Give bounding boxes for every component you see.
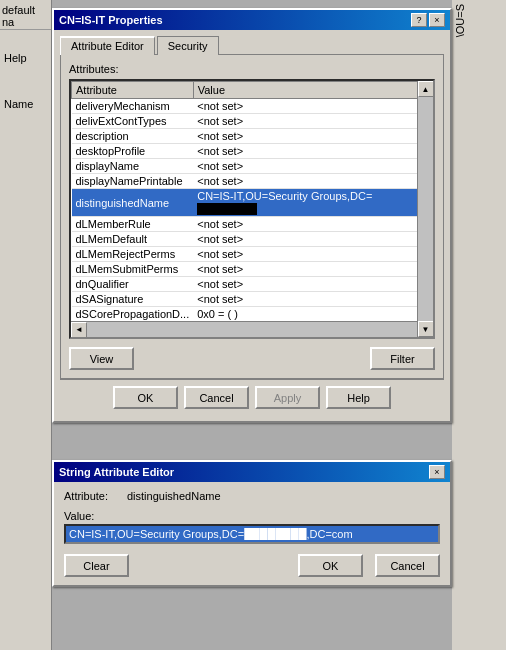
string-dialog-title: String Attribute Editor [59, 466, 174, 478]
right-bar-text: \OU=S [452, 0, 468, 41]
table-row[interactable]: deliveryMechanism<not set> [72, 99, 433, 114]
default-na-label: default na [2, 4, 35, 28]
value-cell: <not set> [193, 277, 432, 292]
action-buttons: OK Cancel Apply Help [60, 379, 444, 415]
attr-cell: delivExtContTypes [72, 114, 194, 129]
string-close-button[interactable]: × [429, 465, 445, 479]
main-dialog-title: CN=IS-IT Properties [59, 14, 163, 26]
main-dialog-titlebar: CN=IS-IT Properties ? × [54, 10, 450, 30]
attributes-table: Attribute Value deliveryMechanism<not se… [71, 81, 433, 321]
scroll-up-arrow[interactable]: ▲ [418, 81, 434, 97]
value-cell: <not set> [193, 144, 432, 159]
left-panel: default na Help Name [0, 0, 52, 650]
attr-cell: desktopProfile [72, 144, 194, 159]
value-cell: <not set> [193, 99, 432, 114]
vertical-scrollbar[interactable]: ▲ ▼ [417, 81, 433, 337]
value-cell: <not set> [193, 262, 432, 277]
table-row[interactable]: dLMemRejectPerms<not set> [72, 247, 433, 262]
table-row[interactable]: dLMemberRule<not set> [72, 217, 433, 232]
tab-security[interactable]: Security [157, 36, 219, 55]
col-value: Value [193, 82, 432, 99]
attr-cell: dSCorePropagationD... [72, 307, 194, 321]
attributes-table-container[interactable]: Attribute Value deliveryMechanism<not se… [69, 79, 435, 339]
table-scroll-area[interactable]: Attribute Value deliveryMechanism<not se… [71, 81, 433, 321]
scroll-left-arrow[interactable]: ◄ [71, 322, 87, 338]
view-filter-buttons: View Filter [69, 347, 435, 370]
value-cell: <not set> [193, 232, 432, 247]
string-dialog-body: Attribute: distinguishedName Value: Clea… [54, 482, 450, 585]
string-dialog-titlebar: String Attribute Editor × [54, 462, 450, 482]
string-cancel-button[interactable]: Cancel [375, 554, 440, 577]
scroll-v-track[interactable] [418, 97, 433, 321]
tab-content: Attributes: Attribute Value [60, 54, 444, 379]
tab-bar: Attribute Editor Security [60, 36, 444, 55]
attribute-field-value: distinguishedName [127, 490, 221, 502]
attr-cell: displayName [72, 159, 194, 174]
value-cell: <not set> [193, 159, 432, 174]
attr-cell: deliveryMechanism [72, 99, 194, 114]
value-cell: CN=IS-IT,OU=Security Groups,DC= [193, 189, 432, 217]
scroll-h-track[interactable] [87, 322, 417, 337]
help-menu-item[interactable]: Help [0, 50, 51, 66]
table-row[interactable]: dLMemDefault<not set> [72, 232, 433, 247]
string-attribute-dialog: String Attribute Editor × Attribute: dis… [52, 460, 452, 587]
clear-button[interactable]: Clear [64, 554, 129, 577]
table-row[interactable]: dSASignature<not set> [72, 292, 433, 307]
value-cell: <not set> [193, 174, 432, 189]
value-cell: 0x0 = ( ) [193, 307, 432, 321]
name-label: Name [0, 96, 51, 112]
titlebar-buttons: ? × [411, 13, 445, 27]
string-dialog-buttons: Clear OK Cancel [64, 550, 440, 577]
string-ok-button[interactable]: OK [298, 554, 363, 577]
table-row[interactable]: desktopProfile<not set> [72, 144, 433, 159]
table-row[interactable]: dnQualifier<not set> [72, 277, 433, 292]
value-cell: <not set> [193, 247, 432, 262]
help-action-button[interactable]: Help [326, 386, 391, 409]
attr-cell: dLMemSubmitPerms [72, 262, 194, 277]
value-input[interactable] [64, 524, 440, 544]
value-section: Value: [64, 510, 440, 544]
table-row[interactable]: distinguishedNameCN=IS-IT,OU=Security Gr… [72, 189, 433, 217]
close-titlebar-button[interactable]: × [429, 13, 445, 27]
main-dialog: CN=IS-IT Properties ? × Attribute Editor… [52, 8, 452, 423]
main-dialog-body: Attribute Editor Security Attributes: At… [54, 30, 450, 421]
attr-cell: displayNamePrintable [72, 174, 194, 189]
col-attribute: Attribute [72, 82, 194, 99]
apply-button[interactable]: Apply [255, 386, 320, 409]
table-row[interactable]: displayNamePrintable<not set> [72, 174, 433, 189]
horizontal-scrollbar[interactable]: ◄ ► [71, 321, 433, 337]
table-row[interactable]: delivExtContTypes<not set> [72, 114, 433, 129]
filter-button[interactable]: Filter [370, 347, 435, 370]
attr-cell: description [72, 129, 194, 144]
table-row[interactable]: dLMemSubmitPerms<not set> [72, 262, 433, 277]
value-cell: <not set> [193, 292, 432, 307]
scroll-down-arrow[interactable]: ▼ [418, 321, 434, 337]
ok-button[interactable]: OK [113, 386, 178, 409]
value-cell: <not set> [193, 217, 432, 232]
attributes-label: Attributes: [69, 63, 435, 75]
attr-cell: dnQualifier [72, 277, 194, 292]
cancel-button[interactable]: Cancel [184, 386, 249, 409]
attribute-field-label: Attribute: [64, 490, 119, 502]
table-row[interactable]: description<not set> [72, 129, 433, 144]
table-row[interactable]: dSCorePropagationD...0x0 = ( ) [72, 307, 433, 321]
view-button[interactable]: View [69, 347, 134, 370]
attr-cell: dLMemberRule [72, 217, 194, 232]
value-cell: <not set> [193, 129, 432, 144]
value-cell: <not set> [193, 114, 432, 129]
tab-attribute-editor[interactable]: Attribute Editor [60, 36, 155, 55]
table-row[interactable]: displayName<not set> [72, 159, 433, 174]
attr-cell: dLMemDefault [72, 232, 194, 247]
attr-cell: distinguishedName [72, 189, 194, 217]
right-bar: \OU=S [452, 0, 506, 650]
attr-cell: dLMemRejectPerms [72, 247, 194, 262]
string-titlebar-buttons: × [429, 465, 445, 479]
help-titlebar-button[interactable]: ? [411, 13, 427, 27]
attribute-row: Attribute: distinguishedName [64, 490, 440, 502]
value-label: Value: [64, 510, 440, 522]
attr-cell: dSASignature [72, 292, 194, 307]
